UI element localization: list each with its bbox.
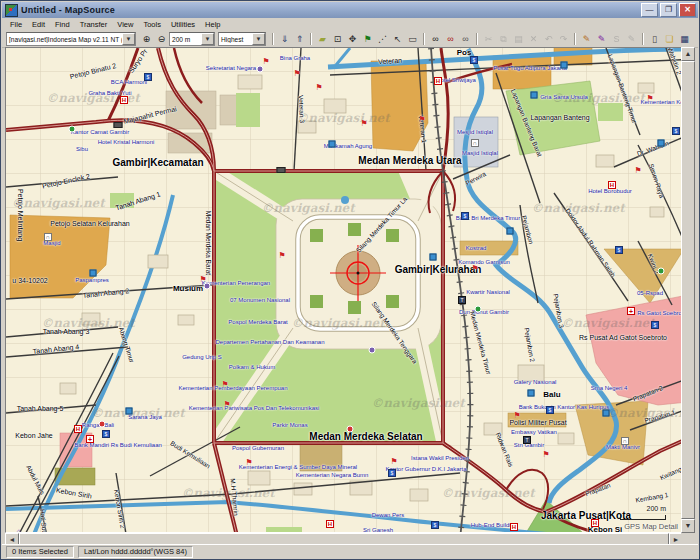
send-to-device-button[interactable]: ⇓	[277, 32, 292, 46]
route-tool-icon: ⋰	[378, 34, 387, 44]
new-route-icon: ✎	[598, 34, 606, 44]
toolbar-separator	[476, 33, 478, 45]
title-bar[interactable]: Untitled - MapSource — ❐ ✕	[2, 2, 698, 18]
chevron-down-icon[interactable]: ▼	[201, 33, 214, 45]
pan-hand-tool-icon: ✥	[349, 34, 357, 44]
zoom-in-button[interactable]: ⊕	[139, 32, 154, 46]
scroll-up-arrow[interactable]: ▲	[681, 47, 695, 61]
minimize-button[interactable]: —	[641, 3, 658, 17]
map-viewport: ©navigasi.net©navigasi.net©navigasi.net©…	[5, 47, 683, 533]
new-track-button[interactable]: S	[609, 32, 624, 46]
new-route-button[interactable]: ✎	[594, 32, 609, 46]
scale-bar-line	[620, 515, 666, 520]
menu-find[interactable]: Find	[50, 19, 75, 30]
cut-button[interactable]: ✂	[481, 32, 496, 46]
menu-help[interactable]: Help	[200, 19, 225, 30]
send-to-device-icon: ⇓	[281, 34, 289, 44]
find-nearest-icon: ∞	[447, 34, 453, 44]
new-waypoint-icon: ✎	[583, 34, 591, 44]
cut-icon: ✂	[485, 34, 493, 44]
new-waypoint-button[interactable]: ✎	[579, 32, 594, 46]
map-drawing	[6, 48, 683, 533]
window-title: Untitled - MapSource	[21, 5, 639, 15]
mapsource-window: Untitled - MapSource — ❐ ✕ FileEditFindT…	[0, 0, 700, 560]
toolbar: [navigasi.net]Indonesia Map v2.11 NT (fr…	[2, 31, 698, 48]
toolbar-separator	[642, 33, 644, 45]
zoom-rect-tool-icon: ⊡	[334, 34, 342, 44]
route-tool-button[interactable]: ⋰	[375, 32, 390, 46]
delete-icon: ✕	[530, 34, 538, 44]
scroll-down-arrow[interactable]: ▼	[681, 519, 695, 533]
coordinate-format-status: Lat/Lon hddd.ddddd°(WGS 84)	[78, 546, 193, 558]
save-document-button[interactable]: ▦	[677, 32, 692, 46]
paste-icon: ▤	[514, 34, 523, 44]
map-area: ©navigasi.net©navigasi.net©navigasi.net©…	[5, 47, 695, 547]
menu-utilities[interactable]: Utilities	[166, 19, 200, 30]
menu-view[interactable]: View	[112, 19, 138, 30]
toolbar-buttons-group: ⇓⇑▰⊡✥⚑⋰↖▭∞∞∞✂⧉▤✕↶↷✎✎S✎▯❏▦	[269, 32, 692, 46]
find-nearest-button[interactable]: ∞	[443, 32, 458, 46]
undo-icon: ↶	[545, 34, 553, 44]
open-document-button[interactable]: ❏	[662, 32, 677, 46]
menubar: FileEditFindTransferViewToolsUtilitiesHe…	[2, 18, 698, 32]
receive-from-device-button[interactable]: ⇑	[292, 32, 307, 46]
new-document-button[interactable]: ▯	[647, 32, 662, 46]
detail-level-combobox[interactable]: Highest ▼	[218, 32, 266, 46]
map-select-tool-button[interactable]: ▰	[315, 32, 330, 46]
pan-hand-tool-button[interactable]: ✥	[345, 32, 360, 46]
selection-tool-icon: ↖	[394, 34, 402, 44]
redo-icon: ↷	[560, 34, 568, 44]
distance-bearing-tool-button[interactable]: ▭	[405, 32, 420, 46]
chevron-down-icon[interactable]: ▼	[252, 33, 265, 45]
map-product-combobox[interactable]: [navigasi.net]Indonesia Map v2.11 NT (fr…	[6, 32, 136, 46]
recent-finds-icon: ∞	[462, 34, 468, 44]
menu-transfer[interactable]: Transfer	[75, 19, 113, 30]
recent-finds-button[interactable]: ∞	[458, 32, 473, 46]
map-select-tool-icon: ▰	[319, 34, 326, 44]
receive-from-device-icon: ⇑	[296, 34, 304, 44]
map-product-value: [navigasi.net]Indonesia Map v2.11 NT (fr…	[7, 36, 122, 43]
status-bar: 0 Items Selected Lat/Lon hddd.ddddd°(WGS…	[2, 544, 698, 558]
zoom-buttons-group: ⊕⊖	[139, 32, 169, 46]
zoom-scale-value: 200 m	[170, 36, 201, 43]
undo-button[interactable]: ↶	[541, 32, 556, 46]
vertical-scroll-thumb[interactable]	[681, 61, 695, 519]
toolbar-separator	[272, 33, 274, 45]
open-document-icon: ❏	[665, 34, 673, 44]
zoom-rect-tool-button[interactable]: ⊡	[330, 32, 345, 46]
menu-tools[interactable]: Tools	[138, 19, 166, 30]
mapsource-app-icon	[5, 4, 18, 17]
scale-bar-label: 200 m	[647, 505, 666, 512]
find-button[interactable]: ∞	[428, 32, 443, 46]
paste-button[interactable]: ▤	[511, 32, 526, 46]
menu-edit[interactable]: Edit	[27, 19, 50, 30]
map-canvas[interactable]	[6, 48, 682, 532]
vertical-scrollbar[interactable]: ▲ ▼	[681, 47, 695, 533]
find-icon: ∞	[432, 34, 438, 44]
copy-icon: ⧉	[500, 34, 506, 44]
toolbar-separator	[423, 33, 425, 45]
zoom-out-icon: ⊖	[158, 34, 166, 44]
toolbar-separator	[310, 33, 312, 45]
zoom-out-button[interactable]: ⊖	[154, 32, 169, 46]
edit-track-icon: ✎	[628, 34, 636, 44]
selection-status: 0 Items Selected	[6, 546, 74, 558]
detail-level-value: Highest	[219, 36, 252, 43]
selection-tool-button[interactable]: ↖	[390, 32, 405, 46]
scale-bar: 200 m	[620, 497, 666, 520]
chevron-down-icon[interactable]: ▼	[122, 33, 135, 45]
waypoint-tool-button[interactable]: ⚑	[360, 32, 375, 46]
save-document-icon: ▦	[680, 34, 689, 44]
restore-button[interactable]: ❐	[660, 3, 677, 17]
close-button[interactable]: ✕	[679, 3, 696, 17]
gps-map-detail-label: GPS Map Detail	[624, 522, 678, 531]
redo-button[interactable]: ↷	[556, 32, 571, 46]
zoom-in-icon: ⊕	[143, 34, 151, 44]
edit-track-button[interactable]: ✎	[624, 32, 639, 46]
delete-button[interactable]: ✕	[526, 32, 541, 46]
new-document-icon: ▯	[652, 34, 657, 44]
copy-button[interactable]: ⧉	[496, 32, 511, 46]
menu-file[interactable]: File	[5, 19, 27, 30]
zoom-scale-combobox[interactable]: 200 m ▼	[169, 32, 215, 46]
new-track-icon: S	[613, 34, 619, 44]
